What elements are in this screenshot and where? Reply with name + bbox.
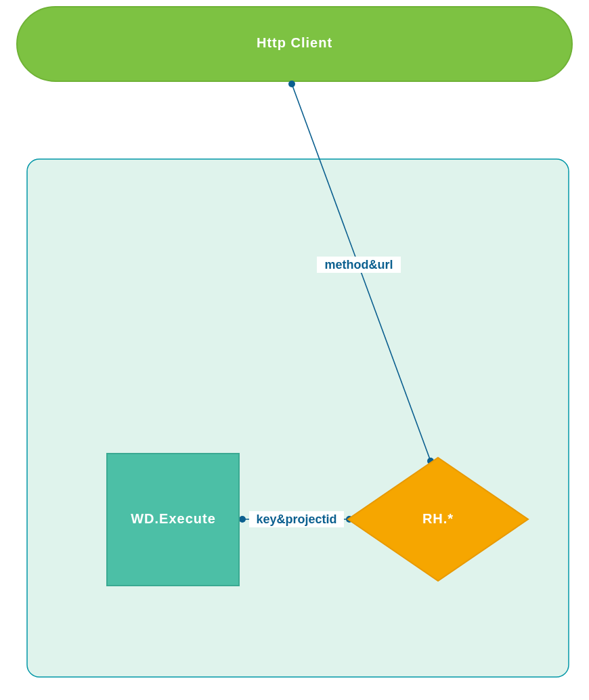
container-box [27, 159, 569, 677]
svg-point-7 [239, 516, 246, 523]
node-http-client-label: Http Client [257, 35, 332, 50]
diagram-canvas: Http Client method&url key&projectid WD.… [0, 0, 589, 700]
svg-point-3 [288, 81, 295, 87]
edge-key-projectid-label: key&projectid [256, 512, 336, 526]
edge-method-url-label: method&url [325, 258, 393, 271]
node-wd-execute-label: WD.Execute [131, 511, 216, 526]
node-rh-star-label: RH.* [422, 511, 454, 526]
node-wd-execute: WD.Execute [107, 454, 239, 586]
svg-rect-1 [27, 159, 569, 677]
node-http-client: Http Client [17, 7, 572, 81]
edge-key-projectid: key&projectid [239, 511, 353, 527]
